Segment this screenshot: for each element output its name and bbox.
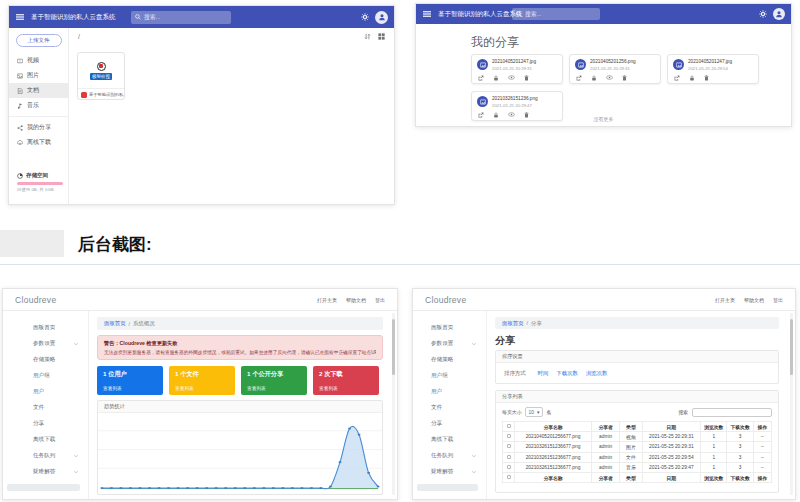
view-list-link[interactable]: 查看列表 xyxy=(247,385,301,391)
stat-tile-shares[interactable]: 1 个公开分享 查看列表 xyxy=(241,366,307,395)
lock-icon[interactable] xyxy=(689,75,695,81)
sidebar-item-user-groups[interactable]: 用户组 xyxy=(3,368,88,384)
sidebar-item-images[interactable]: 图片 xyxy=(9,68,68,83)
sort-icon[interactable] xyxy=(364,33,371,40)
sidebar-item-docs[interactable]: 文档 xyxy=(9,83,68,98)
eye-icon[interactable] xyxy=(508,75,515,81)
sidebar-item-offline-download[interactable]: 离线下载 xyxy=(413,432,486,448)
file-card[interactable]: 极智价投 基于智能识别的私... xyxy=(77,52,125,100)
storage-progress-bar xyxy=(17,182,63,185)
share-card[interactable]: 20210405201247.jpg 2021-05-25 20:29:54 xyxy=(667,54,759,84)
upload-button[interactable]: 上传文件 xyxy=(16,34,62,47)
sidebar-item-music[interactable]: 音乐 xyxy=(9,98,68,113)
sidebar-item-storage-policy[interactable]: 存储策略 xyxy=(413,352,486,368)
delete-icon[interactable] xyxy=(524,75,529,81)
view-list-link[interactable]: 查看列表 xyxy=(319,385,373,391)
delete-icon[interactable] xyxy=(704,75,709,81)
user-shares-screenshot: 基于智能识别的私人云盘系统 搜索... 我的分享 20210405201247.… xyxy=(415,3,792,127)
menu-icon[interactable] xyxy=(16,13,24,21)
sidebar-item-shares[interactable]: 分享 xyxy=(3,416,88,432)
row-checkbox[interactable] xyxy=(507,444,511,448)
scrollbar-thumb[interactable] xyxy=(790,319,793,375)
delete-icon[interactable] xyxy=(622,75,627,81)
sidebar-item-settings[interactable]: 参数设置 xyxy=(3,336,88,352)
sidebar-item-dashboard[interactable]: 面板首页 xyxy=(413,320,486,336)
search-input[interactable]: 搜索... xyxy=(512,8,600,20)
sidebar-item-settings[interactable]: 参数设置 xyxy=(413,336,486,352)
grid-view-icon[interactable] xyxy=(378,33,385,40)
scrollbar[interactable] xyxy=(790,313,793,495)
row-checkbox[interactable] xyxy=(507,434,511,438)
user-avatar[interactable] xyxy=(773,8,785,20)
table-header-row: 分享名称 分享者 类型 日期 浏览次数 下载次数 操作 xyxy=(503,422,772,432)
breadcrumb: 面板首页 / 系统概况 xyxy=(97,317,383,330)
sort-by-views-link[interactable]: 浏览次数 xyxy=(586,370,608,377)
breadcrumb-home-link[interactable]: 面板首页 xyxy=(104,320,126,327)
open-link-icon[interactable] xyxy=(478,75,484,81)
lock-icon[interactable] xyxy=(493,75,499,81)
scrollbar-thumb[interactable] xyxy=(392,319,395,375)
share-name: 20210405201247.jpg xyxy=(492,59,536,64)
row-checkbox[interactable] xyxy=(507,455,511,459)
lock-icon[interactable] xyxy=(591,75,597,81)
sidebar-item-shares[interactable]: 分享 xyxy=(413,416,486,432)
chevron-down-icon xyxy=(472,454,476,458)
view-list-link[interactable]: 查看列表 xyxy=(175,385,229,391)
sidebar-item-task-queue[interactable]: 任务队列 xyxy=(413,448,486,464)
select-all-checkbox[interactable] xyxy=(507,424,511,428)
breadcrumb-home-link[interactable]: 面板首页 xyxy=(502,320,524,327)
table-row: 20210405201256677.pngadmin视频2021-05-25 2… xyxy=(503,432,772,442)
select-all-checkbox[interactable] xyxy=(507,475,511,479)
sidebar-item-my-shares[interactable]: 我的分享 xyxy=(9,120,68,135)
sidebar-item-label: 我的分享 xyxy=(27,123,51,132)
menu-icon[interactable] xyxy=(423,10,431,18)
logout-link[interactable]: 登出 xyxy=(375,297,385,303)
search-input[interactable]: 搜索... xyxy=(131,11,231,24)
open-link-icon[interactable] xyxy=(576,75,582,81)
view-list-link[interactable]: 查看列表 xyxy=(103,385,157,391)
sidebar-item-files[interactable]: 文件 xyxy=(3,400,88,416)
brand-logo[interactable]: Cloudreve xyxy=(425,295,466,305)
open-link-icon[interactable] xyxy=(674,75,680,81)
table-search-input[interactable] xyxy=(692,408,772,417)
open-home-link[interactable]: 打开主页 xyxy=(715,297,735,303)
breadcrumb[interactable]: / xyxy=(78,33,80,40)
logout-link[interactable]: 登出 xyxy=(773,297,783,303)
stat-tile-files[interactable]: 1 个文件 查看列表 xyxy=(169,366,235,395)
person-icon xyxy=(378,13,386,21)
brand-logo[interactable]: Cloudreve xyxy=(15,295,56,305)
user-avatar[interactable] xyxy=(375,11,388,24)
sidebar-item-files[interactable]: 文件 xyxy=(413,400,486,416)
sidebar-item-troubleshoot[interactable]: 疑难解答 xyxy=(413,464,486,480)
alert-body: 无法连接到更新服务器，请检查服务器的外网连接情况，或稍后重试。如果您使用了反向代… xyxy=(104,349,376,355)
sidebar-item-videos[interactable]: 视频 xyxy=(9,53,68,68)
admin-topbar: Cloudreve 打开主页 帮助文档 登出 xyxy=(3,289,397,311)
file-grid: 极智价投 基于智能识别的私... xyxy=(69,44,394,204)
sidebar-item-users[interactable]: 用户 xyxy=(3,384,88,400)
settings-gear-icon[interactable] xyxy=(361,13,369,21)
settings-gear-icon[interactable] xyxy=(759,10,767,18)
open-home-link[interactable]: 打开主页 xyxy=(317,297,337,303)
sidebar-item-troubleshoot[interactable]: 疑难解答 xyxy=(3,464,88,480)
page-size-select[interactable]: 10 ▾ xyxy=(525,407,544,417)
share-card[interactable]: 20210405201247.jpg 2021-05-25 20:29:31 xyxy=(471,54,563,84)
sidebar-item-task-queue[interactable]: 任务队列 xyxy=(3,448,88,464)
sidebar-item-user-groups[interactable]: 用户组 xyxy=(413,368,486,384)
sidebar-item-offline-download[interactable]: 离线下载 xyxy=(3,432,88,448)
stat-tile-users[interactable]: 1 位用户 查看列表 xyxy=(97,366,163,395)
sort-by-time-link[interactable]: 时间 xyxy=(538,370,549,377)
eye-icon[interactable] xyxy=(606,75,613,81)
page-title: 分享 xyxy=(495,334,515,348)
scrollbar[interactable] xyxy=(392,313,395,495)
sidebar-item-users[interactable]: 用户 xyxy=(413,384,486,400)
help-docs-link[interactable]: 帮助文档 xyxy=(744,297,764,303)
share-card[interactable]: 20210405201256.png 2021-05-25 20:29:31 xyxy=(569,54,661,84)
row-checkbox[interactable] xyxy=(507,465,511,469)
sidebar-item-dashboard[interactable]: 面板首页 xyxy=(3,320,88,336)
sidebar-item-offline-download[interactable]: 离线下载 xyxy=(9,135,68,150)
divider-line xyxy=(0,264,800,265)
stat-tile-downloads[interactable]: 2 次下载 查看列表 xyxy=(313,366,379,395)
sidebar-item-storage-policy[interactable]: 存储策略 xyxy=(3,352,88,368)
help-docs-link[interactable]: 帮助文档 xyxy=(346,297,366,303)
sort-by-downloads-link[interactable]: 下载次数 xyxy=(556,370,578,377)
